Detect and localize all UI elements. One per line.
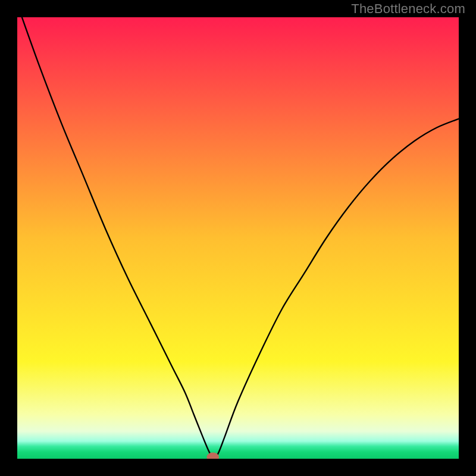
chart-frame: TheBottleneck.com	[0, 0, 476, 476]
watermark-text: TheBottleneck.com	[351, 1, 465, 17]
gradient-background	[17, 17, 459, 459]
plot-area	[17, 17, 459, 459]
chart-svg	[17, 17, 459, 459]
